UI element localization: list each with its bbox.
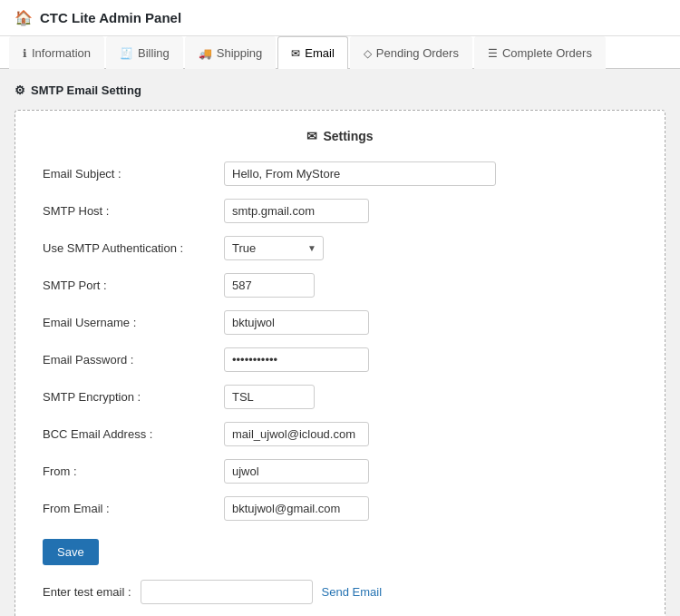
smtp-host-input[interactable] <box>224 199 369 223</box>
smtp-auth-label: Use SMTP Authentication : <box>43 241 224 255</box>
tab-shipping[interactable]: 🚚 Shipping <box>185 36 277 69</box>
email-username-row: Email Username : <box>43 310 637 335</box>
smtp-host-label: SMTP Host : <box>43 204 224 218</box>
bcc-email-label: BCC Email Address : <box>43 427 224 441</box>
information-icon: ℹ <box>23 47 27 60</box>
bcc-email-row: BCC Email Address : <box>43 422 637 446</box>
page-content: SMTP Email Setting ✉ Settings Email Subj… <box>0 69 680 616</box>
smtp-auth-select[interactable]: True False <box>224 236 324 260</box>
tab-billing[interactable]: 🧾 Billing <box>106 36 183 69</box>
bcc-email-input[interactable] <box>224 422 369 446</box>
smtp-auth-select-wrapper: True False ▼ <box>224 236 324 260</box>
tab-billing-label: Billing <box>138 46 170 60</box>
from-email-input[interactable] <box>224 496 369 521</box>
tab-information-label: Information <box>32 46 91 60</box>
from-email-label: From Email : <box>43 502 224 515</box>
email-password-input[interactable] <box>224 347 369 372</box>
email-password-label: Email Password : <box>43 353 224 367</box>
tab-information[interactable]: ℹ Information <box>9 36 104 69</box>
tab-email[interactable]: ✉ Email <box>277 36 348 69</box>
email-username-input[interactable] <box>224 310 369 335</box>
smtp-host-row: SMTP Host : <box>43 199 637 223</box>
smtp-port-label: SMTP Port : <box>43 279 224 292</box>
section-header: SMTP Email Setting <box>15 83 665 97</box>
test-email-label: Enter test email : <box>43 585 131 599</box>
email-subject-label: Email Subject : <box>43 167 224 181</box>
smtp-encryption-row: SMTP Encryption : <box>43 385 637 409</box>
smtp-port-row: SMTP Port : <box>43 273 637 298</box>
section-title: SMTP Email Setting <box>31 83 141 97</box>
tab-shipping-label: Shipping <box>217 46 263 60</box>
tab-pending-orders[interactable]: ◇ Pending Orders <box>350 36 472 69</box>
app-title: CTC Lite Admin Panel <box>40 10 181 25</box>
send-email-link[interactable]: Send Email <box>322 585 382 599</box>
billing-icon: 🧾 <box>120 47 133 60</box>
app-header: 🏠 CTC Lite Admin Panel <box>0 0 680 36</box>
complete-orders-icon: ☰ <box>488 47 498 60</box>
email-username-label: Email Username : <box>43 316 224 329</box>
save-button[interactable]: Save <box>43 539 99 565</box>
test-email-input[interactable] <box>141 580 313 604</box>
tab-email-label: Email <box>305 46 335 60</box>
settings-title: ✉ Settings <box>43 129 637 143</box>
pending-orders-icon: ◇ <box>364 47 372 60</box>
app-icon: 🏠 <box>15 9 33 26</box>
settings-gear-icon <box>15 83 25 97</box>
test-email-row: Enter test email : Send Email <box>43 580 637 604</box>
tab-complete-orders[interactable]: ☰ Complete Orders <box>474 36 606 69</box>
shipping-icon: 🚚 <box>199 47 212 60</box>
settings-title-icon: ✉ <box>306 129 317 143</box>
email-tab-icon: ✉ <box>291 47 300 60</box>
tab-pending-orders-label: Pending Orders <box>376 46 459 60</box>
from-label: From : <box>43 464 224 478</box>
tab-complete-orders-label: Complete Orders <box>502 46 592 60</box>
email-subject-input[interactable] <box>224 161 496 186</box>
tabs-bar: ℹ Information 🧾 Billing 🚚 Shipping ✉ Ema… <box>0 36 680 69</box>
smtp-encryption-label: SMTP Encryption : <box>43 390 224 404</box>
settings-box: ✉ Settings Email Subject : SMTP Host : U… <box>15 110 665 616</box>
smtp-encryption-input[interactable] <box>224 385 315 409</box>
from-input[interactable] <box>224 459 369 484</box>
from-row: From : <box>43 459 637 484</box>
email-subject-row: Email Subject : <box>43 161 637 186</box>
smtp-auth-row: Use SMTP Authentication : True False ▼ <box>43 236 637 260</box>
email-password-row: Email Password : <box>43 347 637 372</box>
from-email-row: From Email : <box>43 496 637 521</box>
smtp-port-input[interactable] <box>224 273 315 298</box>
